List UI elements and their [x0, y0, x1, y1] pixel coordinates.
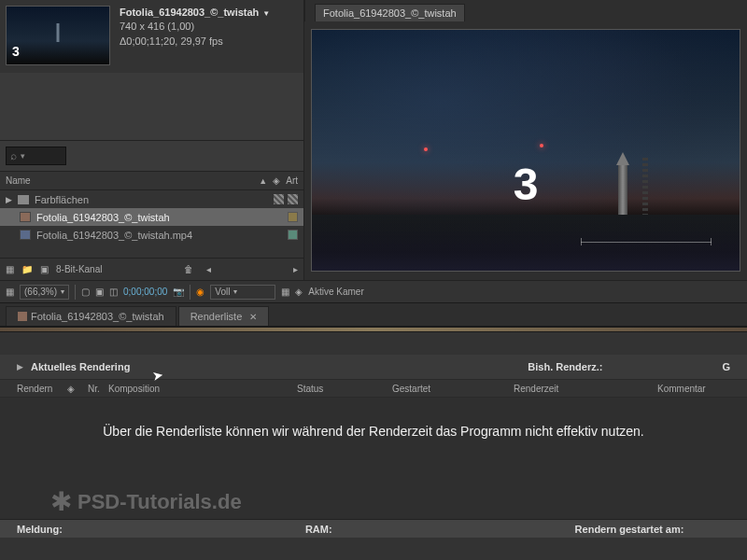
tutorial-caption: Über die Renderliste können wir während … [0, 398, 747, 439]
project-timing: Δ0;00;11;20, 29,97 fps [120, 35, 270, 49]
color-swatch[interactable] [288, 230, 298, 240]
zoom-dropdown[interactable]: (66,3%) [20, 285, 69, 300]
color-swatch[interactable] [288, 212, 298, 222]
tab-composition[interactable]: Fotolia_61942803_©_twistah [6, 306, 176, 326]
watermark: ✱ PSD-Tutorials.de [50, 486, 242, 517]
list-item[interactable]: Fotolia_61942803_©_twistah [0, 208, 303, 226]
list-item-label: Fotolia_61942803_©_twistah.mp4 [36, 230, 192, 241]
new-folder-icon[interactable]: 📁 [21, 264, 33, 274]
snapshot-icon[interactable]: 📷 [173, 287, 184, 297]
project-dimensions: 740 x 416 (1,00) [120, 20, 270, 34]
composition-viewer[interactable]: 3 [311, 29, 740, 272]
quality-dropdown[interactable]: Voll [210, 285, 275, 300]
current-render-label[interactable]: Aktuelles Rendering [31, 361, 130, 372]
close-icon[interactable]: ✕ [249, 312, 257, 322]
search-input[interactable] [6, 147, 66, 165]
video-icon [20, 230, 31, 240]
render-footer: Meldung: RAM: Rendern gestartet am: [0, 519, 747, 538]
folder-icon [18, 195, 29, 204]
trash-icon[interactable]: 🗑 [184, 264, 193, 274]
timecode[interactable]: 0;00;00;00 [123, 287, 167, 297]
col-type[interactable]: Art [286, 175, 298, 186]
project-list-header[interactable]: Name ▲ ◈ Art [0, 172, 303, 190]
countdown-overlay: 3 [514, 159, 539, 210]
new-comp-icon[interactable]: ▣ [40, 264, 49, 274]
adj-icon[interactable]: ▦ [281, 287, 289, 297]
elapsed-label: Bish. Renderz.: [528, 361, 602, 372]
list-item[interactable]: ▶ Farbflächen [0, 190, 303, 208]
lower-tabs: Fotolia_61942803_©_twistah Renderliste✕ [0, 302, 747, 327]
viewer-tab[interactable]: Fotolia_61942803_©_twistah [315, 4, 465, 21]
project-bottom-bar: ▦ 📁 ▣ 8-Bit-Kanal 🗑 ◂ ▸ [0, 258, 303, 280]
tab-renderlist[interactable]: Renderliste✕ [178, 306, 270, 326]
thumb-countdown: 3 [12, 44, 20, 59]
list-item-label: Fotolia_61942803_©_twistah [36, 212, 170, 223]
project-title[interactable]: Fotolia_61942803_©_twistah [120, 6, 270, 20]
bit-depth[interactable]: 8-Bit-Kanal [56, 264, 102, 274]
render-header-row: ▶ Aktuelles Rendering Bish. Renderz.: G [0, 355, 747, 379]
square-icon[interactable]: ▢ [81, 287, 90, 297]
composition-icon [20, 212, 31, 222]
started-label: Rendern gestartet am: [575, 524, 684, 535]
message-label: Meldung: [17, 524, 63, 535]
grid-icon[interactable]: ▦ [6, 287, 14, 297]
viewer-controls: ▦ (66,3%) ▢ ▣ ◫ 0;00;00;00 📷 ◉ Voll ▦ ◈ … [0, 280, 747, 302]
tag-icon: ◈ [67, 384, 86, 394]
mask-icon[interactable]: ◫ [109, 287, 118, 297]
viewer-panel: Fotolia_61942803_©_twistah 3 [303, 0, 747, 280]
project-thumbnail[interactable]: 3 [6, 6, 110, 65]
list-item-label: Farbflächen [35, 194, 89, 205]
tag-icon[interactable]: ◈ [273, 175, 280, 186]
render-queue-header[interactable]: Rendern ◈ Nr. Komposition Status Gestart… [0, 379, 747, 398]
project-list: ▶ Farbflächen Fotolia_61942803_©_twistah… [0, 190, 303, 258]
safe-zone-icon[interactable]: ▣ [95, 287, 104, 297]
eta-label: G [722, 361, 730, 372]
project-panel: 3 Fotolia_61942803_©_twistah 740 x 416 (… [0, 0, 303, 280]
fx-icon[interactable]: ◈ [295, 287, 303, 297]
active-camera[interactable]: Aktive Kamer [308, 287, 363, 297]
ram-label: RAM: [305, 524, 332, 535]
col-name[interactable]: Name [6, 175, 259, 186]
bin-icon[interactable]: ▦ [6, 264, 14, 274]
list-item[interactable]: Fotolia_61942803_©_twistah.mp4 [0, 226, 303, 244]
channel-icon[interactable]: ◉ [196, 287, 204, 297]
